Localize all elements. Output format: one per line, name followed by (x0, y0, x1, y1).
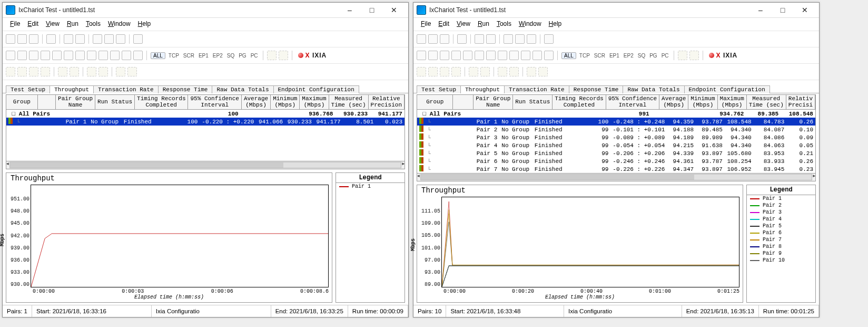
tool-icon-4[interactable] (463, 51, 472, 60)
tab-raw-data-totals[interactable]: Raw Data Totals (212, 85, 273, 93)
tool-icon-11[interactable] (544, 51, 554, 60)
filter-sq[interactable]: SQ (226, 53, 235, 59)
tab-throughput[interactable]: Throughput (460, 85, 505, 93)
tab-throughput[interactable]: Throughput (50, 85, 94, 93)
row3b-icon-0[interactable] (58, 67, 67, 76)
error-icon[interactable] (133, 34, 143, 44)
row3b-icon-1[interactable] (480, 67, 490, 76)
filter-scr[interactable]: SCR (593, 53, 606, 59)
col-header[interactable]: Relativ Precisi (786, 95, 815, 109)
legend-item[interactable]: Pair 8 (747, 243, 815, 250)
menu-edit[interactable]: Edit (435, 19, 452, 28)
filter-pc[interactable]: PC (250, 53, 259, 59)
print-icon[interactable] (457, 34, 467, 44)
open-icon[interactable] (428, 34, 438, 44)
grid-totals-row[interactable]: □ All Pairs100936.768930.233941.177 (6, 110, 405, 118)
plot-area[interactable] (441, 197, 739, 287)
legend-item[interactable]: Pair 6 (747, 229, 815, 236)
tool-icon-10[interactable] (532, 51, 542, 60)
tab-endpoint-configuration[interactable]: Endpoint Configuration (684, 85, 770, 93)
col-header[interactable] (38, 95, 56, 109)
filter-tcp[interactable]: TCP (167, 53, 180, 59)
col-header[interactable]: Timing Records Completed (553, 95, 606, 109)
tool-icon-9[interactable] (521, 51, 530, 60)
menu-file[interactable]: File (418, 19, 434, 28)
grid-row[interactable]: └Pair 1No GroupFinished100-0.220 : +0.22… (6, 118, 405, 126)
col-header[interactable]: Measured Time (sec) (747, 95, 786, 109)
legend-item[interactable]: Pair 5 (747, 223, 815, 229)
row3-icon-1[interactable] (17, 67, 27, 76)
tool-icon-5[interactable] (64, 51, 73, 60)
row3-icon-2[interactable] (440, 67, 449, 76)
col-header[interactable]: 95% Confidence Interval (606, 95, 659, 109)
menu-file[interactable]: File (7, 19, 23, 28)
menu-tools[interactable]: Tools (494, 19, 515, 28)
legend-item[interactable]: Pair 4 (747, 216, 815, 223)
maximize-button[interactable]: □ (361, 3, 383, 17)
error-icon[interactable] (544, 34, 554, 44)
tab-response-time[interactable]: Response Time (158, 85, 213, 93)
tool-icon-0[interactable] (417, 51, 426, 60)
row3d-icon-1[interactable] (127, 67, 137, 76)
grid-body[interactable]: □ All Pairs100936.768930.233941.177 └Pai… (6, 110, 405, 161)
filter-all[interactable]: ALL (151, 52, 165, 59)
tool-icon-2[interactable] (440, 51, 449, 60)
next-icon[interactable] (116, 34, 125, 44)
col-header[interactable]: Relative Precision (369, 95, 405, 109)
tool-icon-5[interactable] (475, 51, 484, 60)
menu-view[interactable]: View (43, 19, 63, 28)
row3b-icon-0[interactable] (469, 67, 478, 76)
tab-raw-data-totals[interactable]: Raw Data Totals (623, 85, 684, 93)
new-icon[interactable] (6, 34, 15, 44)
tool-icon-sp2[interactable] (279, 51, 288, 60)
run-icon[interactable] (64, 34, 73, 44)
row3c-icon-0[interactable] (87, 67, 96, 76)
tool-icon-8[interactable] (98, 51, 108, 60)
filter-pg[interactable]: PG (648, 53, 658, 59)
tab-test-setup[interactable]: Test Setup (417, 85, 461, 93)
col-header[interactable]: Average (Mbps) (242, 95, 271, 109)
filter-sq[interactable]: SQ (637, 53, 646, 59)
open-icon[interactable] (17, 34, 27, 44)
next-icon[interactable] (527, 34, 536, 44)
legend-item[interactable]: Pair 7 (747, 236, 815, 243)
legend-item[interactable]: Pair 1 (747, 195, 815, 202)
col-header[interactable]: 95% Confidence Interval (188, 95, 241, 109)
grid-totals-row[interactable]: □ All Pairs991934.76289.385108.548 (417, 110, 815, 118)
menu-run[interactable]: Run (475, 19, 492, 28)
col-header[interactable]: Average (Mbps) (659, 95, 688, 109)
row3-icon-0[interactable] (417, 67, 426, 76)
paste-icon[interactable] (515, 34, 525, 44)
col-header[interactable]: Pair Group Name (56, 95, 95, 109)
row3d-icon-0[interactable] (527, 67, 536, 76)
legend-item[interactable]: Pair 3 (747, 209, 815, 216)
tool-icon-1[interactable] (428, 51, 438, 60)
menu-view[interactable]: View (453, 19, 474, 28)
menu-window[interactable]: Window (516, 19, 545, 28)
grid-row[interactable]: └Pair 1No GroupFinished100-0.248 : +0.24… (417, 118, 815, 126)
row3-icon-3[interactable] (41, 67, 50, 76)
save-icon[interactable] (29, 34, 38, 44)
tool-icon-sp1[interactable] (267, 51, 277, 60)
col-header[interactable]: Run Status (513, 95, 553, 109)
tool-icon-1[interactable] (17, 51, 27, 60)
grid-hscroll[interactable]: ◄► (6, 161, 405, 169)
col-header[interactable] (453, 95, 474, 109)
col-header[interactable]: Group (6, 95, 38, 109)
tab-transaction-rate[interactable]: Transaction Rate (93, 85, 159, 93)
run-icon[interactable] (475, 34, 484, 44)
grid-body[interactable]: □ All Pairs991934.76289.385108.548 └Pair… (417, 110, 815, 173)
col-header[interactable]: Minimum (Mbps) (688, 95, 717, 109)
grid-row[interactable]: └Pair 3No GroupFinished99-0.089 : +0.089… (417, 133, 815, 141)
legend-item[interactable]: Pair 2 (747, 202, 815, 209)
grid-row[interactable]: └Pair 5No GroupFinished99-0.206 : +0.206… (417, 149, 815, 157)
plot-area[interactable] (31, 185, 329, 287)
col-header[interactable]: Pair Group Name (474, 95, 513, 109)
legend-item[interactable]: Pair 10 (747, 257, 815, 264)
grid-row[interactable]: └Pair 4No GroupFinished99-0.054 : +0.054… (417, 141, 815, 149)
filter-pc[interactable]: PC (660, 53, 670, 59)
new-icon[interactable] (417, 34, 426, 44)
grid-hscroll[interactable]: ◄► (417, 173, 815, 181)
row3c-icon-1[interactable] (509, 67, 519, 76)
col-header[interactable]: Maximum (Mbps) (300, 95, 329, 109)
